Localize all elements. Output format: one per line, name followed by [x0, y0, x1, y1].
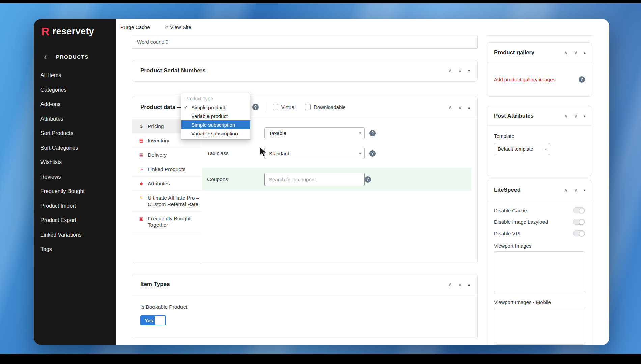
template-value: Default template [498, 146, 533, 152]
sidebar-item-frequently-bought[interactable]: Frequently Bought [34, 184, 116, 199]
toggle-panel-icon[interactable]: ▴ [584, 114, 586, 118]
coupons-label: Coupons [207, 176, 264, 182]
option-label: Variable subscription [191, 131, 238, 136]
tax-class-select[interactable]: Standard ▾ [264, 148, 365, 159]
collapse-menu-icon[interactable]: ‹ [44, 53, 47, 61]
move-down-icon[interactable]: ∨ [458, 104, 462, 110]
sidebar-item-product-export[interactable]: Product Export [34, 213, 116, 228]
disable-cache-toggle[interactable] [573, 207, 585, 213]
move-up-icon[interactable]: ∧ [564, 50, 568, 56]
move-down-icon[interactable]: ∨ [574, 113, 578, 119]
letterbox-top [0, 0, 641, 3]
item-types-body: Is Bookable Product Yes [132, 295, 477, 325]
disable-vpi-row: Disable VPI [494, 228, 585, 239]
tax-status-select[interactable]: Taxable ▾ [264, 127, 365, 139]
sidebar-item-sort-products[interactable]: Sort Products [34, 126, 116, 141]
sidebar-item-add-ons[interactable]: Add-ons [34, 97, 116, 112]
move-up-icon[interactable]: ∧ [564, 113, 568, 119]
sidebar-item-linked-variations[interactable]: Linked Variations [34, 228, 116, 242]
sidebar-item-all-items[interactable]: All Items [34, 68, 116, 83]
sidebar-item-categories[interactable]: Categories [34, 83, 116, 97]
downloadable-checkbox-group[interactable]: Downloadable [305, 104, 346, 110]
viewport-images-box[interactable] [494, 251, 585, 292]
tax-class-help-icon[interactable]: ? [369, 150, 376, 157]
disable-vpi-label: Disable VPI [494, 231, 520, 236]
move-down-icon[interactable]: ∨ [458, 68, 462, 74]
view-site-label: View Site [170, 24, 191, 30]
virtual-checkbox-group[interactable]: Virtual [273, 104, 296, 110]
tax-status-help-icon[interactable]: ? [369, 130, 376, 136]
gallery-help-icon[interactable]: ? [579, 76, 585, 83]
coupon-search-input[interactable] [264, 173, 365, 186]
disable-lazyload-toggle[interactable] [573, 219, 585, 225]
previous-panel-edge [487, 35, 592, 36]
virtual-checkbox[interactable] [273, 104, 278, 110]
reservety-logo[interactable]: R reservety [34, 19, 116, 37]
option-simple-product[interactable]: ✓ Simple product [181, 103, 250, 112]
sidebar-item-reviews[interactable]: Reviews [34, 170, 116, 184]
option-simple-subscription[interactable]: Simple subscription [181, 120, 250, 129]
sidebar-item-wishlists[interactable]: Wishlists [34, 155, 116, 170]
reservety-logo-icon: R [41, 26, 50, 37]
tax-class-row: Tax class Standard ▾ ? [202, 148, 472, 159]
option-variable-subscription[interactable]: Variable subscription [181, 129, 250, 138]
sidebar-item-tags[interactable]: Tags [34, 242, 116, 256]
move-down-icon[interactable]: ∨ [574, 50, 578, 56]
tab-delivery[interactable]: ▦ Delivery [132, 148, 202, 162]
frequently-bought-icon: ▣ [138, 215, 144, 222]
sidebar-item-sort-categories[interactable]: Sort Categories [34, 141, 116, 155]
item-types-header: Item Types ∧ ∨ ▴ [132, 274, 477, 295]
attributes-icon: ◆ [138, 180, 144, 187]
add-gallery-images-link[interactable]: Add product gallery images [494, 77, 555, 82]
sidebar: R reservety ‹ PRODUCTS All Items Categor… [34, 19, 116, 345]
tab-linked-products[interactable]: ∞ Linked Products [132, 162, 202, 176]
coupons-row: Coupons ? [202, 168, 471, 191]
option-variable-product[interactable]: Variable product [181, 112, 250, 120]
coupons-help-icon[interactable]: ? [365, 176, 371, 183]
tab-frequently-bought-together[interactable]: ▣ Frequently Bought Together [132, 212, 202, 233]
toggle-panel-icon[interactable]: ▾ [468, 68, 470, 73]
move-up-icon[interactable]: ∧ [448, 104, 452, 110]
sidebar-item-attributes[interactable]: Attributes [34, 112, 116, 126]
toggle-panel-icon[interactable]: ▴ [468, 105, 470, 110]
viewport-images-mobile-box[interactable] [494, 308, 585, 345]
move-up-icon[interactable]: ∧ [564, 187, 568, 193]
tab-ultimate-affiliate-pro[interactable]: ϟ Ultimate Affiliate Pro – Custom Referr… [132, 191, 202, 212]
toggle-panel-icon[interactable]: ▴ [468, 282, 470, 287]
is-bookable-toggle[interactable]: Yes [140, 315, 166, 325]
move-up-icon[interactable]: ∧ [448, 68, 452, 74]
word-count-bar: Word count: 0 [132, 35, 478, 49]
product-serial-numbers-panel: Product Serial Numbers ∧ ∨ ▾ [132, 60, 478, 82]
serial-panel-header: Product Serial Numbers ∧ ∨ ▾ [132, 60, 477, 81]
tab-label: Pricing [148, 123, 164, 129]
template-select[interactable]: Default template ▾ [494, 143, 550, 155]
product-gallery-panel: Product gallery ∧ ∨ ▴ Add product galler… [487, 42, 592, 97]
sidebar-item-product-import[interactable]: Product Import [34, 199, 116, 213]
litespeed-body: Disable Cache Disable Image Lazyload Dis… [487, 200, 592, 345]
admin-topbar: Purge Cache ↗ View Site [116, 19, 609, 35]
disable-vpi-toggle[interactable] [573, 230, 585, 236]
toggle-panel-icon[interactable]: ▴ [584, 188, 586, 192]
product-type-help-icon[interactable]: ? [252, 104, 259, 110]
downloadable-checkbox[interactable] [305, 104, 311, 110]
gallery-header: Product gallery ∧ ∨ ▴ [487, 43, 592, 62]
view-site-link[interactable]: ↗ View Site [164, 24, 191, 30]
purge-cache-button[interactable]: Purge Cache [120, 24, 150, 30]
gallery-body: Add product gallery images ? [487, 62, 592, 96]
post-attributes-panel: Post Attributes ∧ ∨ ▴ Template Default t… [487, 106, 592, 176]
move-down-icon[interactable]: ∨ [458, 281, 462, 287]
tab-attributes[interactable]: ◆ Attributes [132, 177, 202, 191]
toggle-panel-icon[interactable]: ▴ [584, 50, 586, 55]
product-data-fields: Tax status Taxable ▾ ? Tax class Standar… [202, 118, 477, 264]
affiliate-icon: ϟ [138, 194, 144, 201]
option-label: Simple subscription [191, 122, 235, 128]
move-down-icon[interactable]: ∨ [574, 187, 578, 193]
move-up-icon[interactable]: ∧ [448, 281, 452, 287]
tax-class-label: Tax class [207, 150, 264, 156]
post-attributes-title: Post Attributes [494, 113, 534, 119]
litespeed-header: LiteSpeed ∧ ∨ ▴ [487, 180, 592, 200]
linked-products-icon: ∞ [138, 166, 144, 172]
tab-label: Frequently Bought Together [148, 215, 199, 229]
toggle-on-label: Yes [145, 318, 153, 323]
tab-label: Ultimate Affiliate Pro – Custom Referral… [148, 194, 199, 208]
